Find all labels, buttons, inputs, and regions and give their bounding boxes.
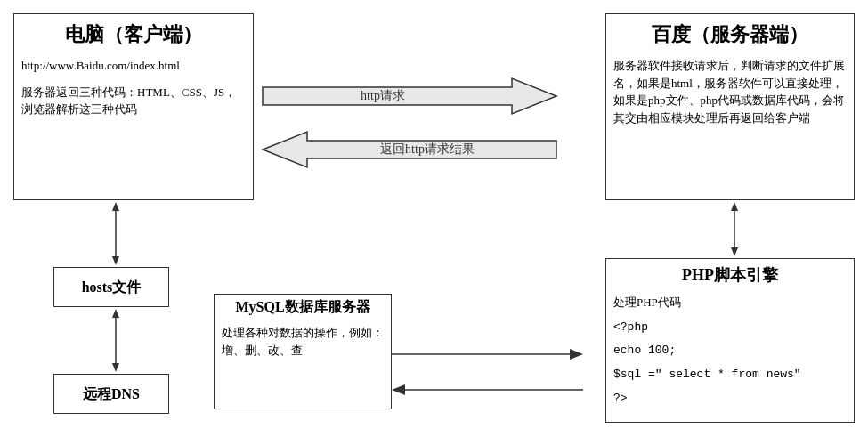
mysql-title: MySQL数据库服务器	[215, 295, 391, 320]
client-url: http://www.Baidu.com/index.html	[14, 53, 253, 79]
hosts-title: hosts文件	[77, 275, 146, 300]
php-code-line4: ?>	[606, 387, 854, 411]
diagram: 电脑（客户端） http://www.Baidu.com/index.html …	[0, 0, 868, 445]
dns-title: 远程DNS	[78, 382, 144, 407]
svg-marker-0	[263, 78, 556, 114]
client-box: 电脑（客户端） http://www.Baidu.com/index.html …	[13, 13, 254, 200]
php-code-line2: echo 100;	[606, 339, 854, 363]
svg-marker-6	[112, 309, 119, 318]
php-title: PHP脚本引擎	[606, 259, 854, 289]
svg-marker-14	[392, 384, 405, 395]
server-box: 百度（服务器端） 服务器软件接收请求后，判断请求的文件扩展名，如果是html，服…	[605, 13, 855, 200]
http-response-arrow: 返回http请求结果	[263, 132, 556, 167]
server-title: 百度（服务器端）	[606, 14, 854, 53]
svg-marker-7	[112, 363, 119, 372]
http-response-label: 返回http请求结果	[380, 142, 475, 156]
php-code-line3: $sql =" select * from news"	[606, 363, 854, 387]
http-request-label: http请求	[361, 89, 405, 102]
client-hosts-arrow	[107, 200, 125, 267]
http-request-arrow: http请求	[263, 78, 556, 114]
svg-marker-4	[112, 256, 119, 265]
mysql-php-arrow	[392, 345, 583, 363]
server-desc: 服务器软件接收请求后，判断请求的文件扩展名，如果是html，服务器软件可以直接处…	[606, 53, 854, 131]
php-desc: 处理PHP代码	[606, 289, 854, 316]
client-title: 电脑（客户端）	[14, 14, 253, 53]
svg-marker-3	[112, 202, 119, 211]
dns-box: 远程DNS	[53, 374, 169, 414]
server-php-arrow	[726, 200, 743, 258]
svg-marker-12	[570, 349, 583, 360]
php-box: PHP脚本引擎 处理PHP代码 <?php echo 100; $sql =" …	[605, 258, 855, 423]
mysql-desc: 处理各种对数据的操作，例如：增、删、改、查	[215, 320, 391, 363]
php-code-line1: <?php	[606, 316, 854, 340]
mysql-box: MySQL数据库服务器 处理各种对数据的操作，例如：增、删、改、查	[214, 294, 392, 409]
svg-marker-10	[731, 247, 738, 256]
php-mysql-arrow	[392, 381, 583, 399]
hosts-box: hosts文件	[53, 267, 169, 307]
client-desc: 服务器返回三种代码：HTML、CSS、JS，浏览器解析这三种代码	[14, 79, 253, 123]
hosts-dns-arrow	[107, 307, 125, 374]
svg-marker-9	[731, 202, 738, 211]
